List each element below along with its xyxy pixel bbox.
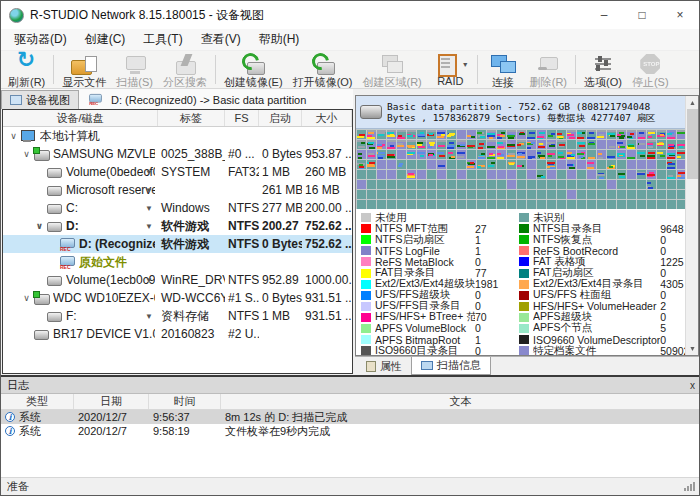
table-row[interactable]: Volume(1ecb0c98-..▼WinRE_DRVNTFS952.89 .… [3, 271, 352, 289]
view-tabstrip: 设备视图 D: (Recognized0) -> Basic data part… [1, 89, 353, 109]
legend-column-right: 未识别NTFS目录条目9648NTFS恢复点0ReFS BootRecord0F… [519, 212, 700, 356]
menu-item-3[interactable]: 查看(V) [192, 29, 250, 50]
refresh-button[interactable]: 刷新(R) [3, 52, 50, 87]
legend-swatch [519, 224, 529, 233]
column-header-start[interactable]: 启动 [259, 110, 302, 126]
log-column-time[interactable]: 时间 [149, 394, 221, 409]
create-image-button[interactable]: 创建镜像(E) [219, 52, 288, 87]
table-row[interactable]: D: (Recognize...软件游戏NTFS0 Bytes752.62 ..… [3, 235, 352, 253]
computer-icon [20, 130, 37, 143]
legend-swatch [361, 246, 371, 255]
create-region-icon [378, 53, 406, 76]
hdd-icon [360, 105, 382, 119]
column-header-device[interactable]: 设备/磁盘 [3, 110, 158, 126]
table-row[interactable]: 原始文件 [3, 253, 352, 271]
maximize-button[interactable]: □ [623, 1, 661, 29]
row-dropdown-icon[interactable]: ▼ [145, 312, 153, 321]
legend-swatch [519, 269, 529, 278]
expand-chevron-icon[interactable]: ∨ [33, 221, 46, 231]
raid-icon [432, 53, 460, 76]
device-fs [225, 181, 259, 199]
log-row[interactable]: i系统2020/12/79:56:378m 12s 的 D: 扫描已完成 [1, 410, 700, 424]
minimize-button[interactable]: – [585, 1, 623, 29]
legend-item: APFS个节点5 [519, 323, 700, 334]
expand-chevron-icon[interactable]: ∨ [7, 131, 20, 141]
create-image-icon [239, 53, 267, 76]
scroll-up-icon[interactable]: ▲ [686, 96, 699, 109]
tab-device-view[interactable]: 设备视图 [1, 90, 79, 109]
legend-item: NTFS恢复点0 [519, 234, 700, 245]
open-image-button[interactable]: 打开镜像(O) [288, 52, 358, 87]
row-dropdown-icon[interactable]: ▼ [145, 186, 153, 195]
table-row[interactable]: C:▼WindowsNTFS277 MB200.00 ... [3, 199, 352, 217]
device-size: 752.62 ... [302, 217, 352, 235]
expand-chevron-icon[interactable]: ∨ [20, 149, 33, 159]
device-fs: NTFS [225, 307, 259, 325]
log-date: 2020/12/7 [74, 411, 149, 423]
device-start [259, 127, 302, 145]
row-dropdown-icon[interactable]: ▼ [145, 222, 153, 231]
scroll-down-icon[interactable]: ▼ [686, 342, 699, 355]
menu-item-1[interactable]: 创建(C) [76, 29, 135, 50]
device-size: 1000.00... [302, 271, 352, 289]
device-name: WDC WD10EZEX-08W... [53, 291, 155, 305]
device-name: Volume(1ecb0c98-.. [66, 273, 155, 287]
tab-properties[interactable]: 属性 [357, 357, 411, 375]
menu-item-0[interactable]: 驱动器(D) [5, 29, 76, 50]
table-row[interactable]: Volume(0bedecf0-..▼SYSTEMFAT321 MB260 MB [3, 163, 352, 181]
log-date: 2020/12/7 [74, 425, 149, 437]
status-bar: 准备 [1, 477, 700, 495]
dropdown-arrow-icon[interactable]: ▼ [462, 61, 469, 68]
scrollbar[interactable]: ▲ ▼ [685, 96, 698, 355]
log-column-text[interactable]: 文本 [221, 394, 700, 409]
log-row[interactable]: i系统2020/12/79:58:19文件枚举在9秒内完成 [1, 424, 700, 438]
device-label: WD-WCC6Y6... [158, 289, 225, 307]
raid-button[interactable]: ▼RAID [427, 52, 474, 87]
legend-swatch [519, 346, 529, 355]
table-row[interactable]: BR17 DEVICE V1.00 1....20160823#2 U... [3, 325, 352, 343]
vol-icon [46, 166, 63, 179]
legend-swatch [361, 313, 371, 322]
status-text: 准备 [7, 479, 29, 494]
log-column-type[interactable]: 类型 [1, 394, 74, 409]
legend-column-left: 未使用NTFS MFT范围27NTFS启动扇区1NTFS LogFile1ReF… [361, 212, 519, 356]
device-label: 0025_388B_9... [158, 145, 225, 163]
tab-recognized-partition[interactable]: D: (Recognized0) -> Basic data partition [79, 90, 314, 109]
device-start: 1 MB [259, 163, 302, 181]
row-dropdown-icon[interactable]: ▼ [145, 168, 153, 177]
expand-chevron-icon[interactable]: ∨ [20, 293, 33, 303]
row-dropdown-icon[interactable]: ▼ [145, 204, 153, 213]
close-button[interactable]: × [661, 1, 699, 29]
connect-button[interactable]: 连接 [481, 52, 525, 87]
toolbar-separator [477, 55, 478, 84]
device-label [158, 181, 225, 199]
delete-icon [534, 53, 562, 76]
table-row[interactable]: Microsoft reserve..▼261 MB16 MB [3, 181, 352, 199]
column-header-size[interactable]: 大小 [302, 110, 352, 126]
log-column-date[interactable]: 日期 [74, 394, 149, 409]
column-header-fs[interactable]: FS [225, 110, 259, 126]
tab-scan-info[interactable]: 扫描信息 [411, 357, 491, 375]
device-size: 16 MB [302, 181, 352, 199]
table-row[interactable]: F:▼资料存储NTFS1 MB931.51 ... [3, 307, 352, 325]
row-dropdown-icon[interactable]: ▼ [145, 276, 153, 285]
log-close-icon[interactable]: x [690, 380, 695, 391]
table-row[interactable]: ∨本地计算机 [3, 127, 352, 145]
device-start: 0 Bytes [259, 145, 302, 163]
menu-item-2[interactable]: 工具(T) [134, 29, 191, 50]
table-row[interactable]: ∨D:▼软件游戏NTFS200.27 ...752.62 ... [3, 217, 352, 235]
table-row[interactable]: ∨SAMSUNG MZVLB1T0...0025_388B_9...#0 ...… [3, 145, 352, 163]
tree-rows: ∨本地计算机∨SAMSUNG MZVLB1T0...0025_388B_9...… [3, 127, 352, 343]
toolbar-button-label: 显示文件 [62, 75, 106, 90]
menu-item-4[interactable]: 帮助(H) [250, 29, 309, 50]
scroll-thumb[interactable] [687, 109, 698, 179]
options-button[interactable]: 选项(O) [579, 52, 627, 87]
info-tabstrip: 属性 扫描信息 [355, 356, 699, 375]
show-files-button[interactable]: 显示文件 [57, 52, 111, 87]
toolbar-button-label: 分区搜索 [163, 75, 207, 90]
table-row[interactable]: ∨WDC WD10EZEX-08W...WD-WCC6Y6...#1 S...0… [3, 289, 352, 307]
device-start: 277 MB [259, 199, 302, 217]
toolbar-separator [53, 55, 54, 84]
device-fs: NTFS [225, 235, 259, 253]
column-header-label[interactable]: 标签 [158, 110, 225, 126]
